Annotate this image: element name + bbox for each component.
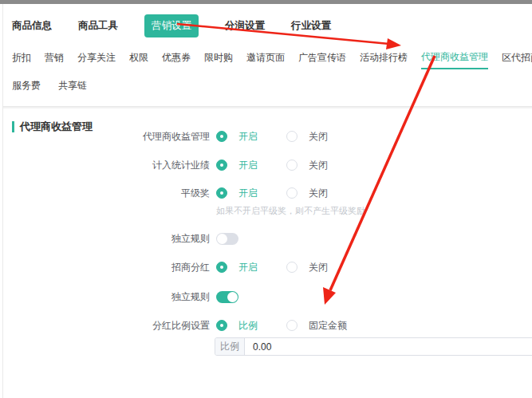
tab-marketing[interactable]: 营销	[45, 51, 64, 69]
radio-on[interactable]	[216, 262, 227, 273]
same-level-bonus-hint: 如果不开启平级奖，则不产生平级奖励	[216, 205, 365, 217]
independent-rule-toggle-off[interactable]	[216, 233, 238, 245]
form-row: 分红比例设置 比例 固定金额	[3, 318, 532, 333]
tab-ad-slogan[interactable]: 广告宣传语	[298, 51, 346, 69]
tab-share-follow[interactable]: 分享关注	[77, 51, 116, 69]
radio-on[interactable]	[216, 131, 227, 142]
radio-on-label[interactable]: 开启	[238, 130, 258, 144]
tertiary-tab-bar: 服务费 共享链	[3, 77, 532, 106]
tab-district-agent-recruiter[interactable]: 区代招商员	[502, 51, 532, 69]
tab-profit-settings[interactable]: 分润设置	[225, 19, 265, 33]
radio-off[interactable]	[286, 160, 298, 171]
radio-ratio-label[interactable]: 比例	[238, 319, 258, 333]
radio-on-label[interactable]: 开启	[238, 159, 258, 172]
ratio-input[interactable]	[245, 338, 532, 355]
agent-revenue-form: 代理商收益管理 开启 关闭 计入统计业绩 开启 关闭 平级奖 开启	[3, 115, 532, 398]
field-label-agent-revenue: 代理商收益管理	[3, 130, 210, 144]
tab-invite-page[interactable]: 邀请页面	[246, 51, 285, 69]
tab-product-tools[interactable]: 商品工具	[78, 19, 118, 33]
radio-on-label[interactable]: 开启	[238, 261, 258, 274]
settings-panel: 商品信息 商品工具 营销设置 分润设置 行业设置 折扣 营销 分享关注 权限 优…	[2, 4, 532, 398]
field-label-independent-rule-1: 独立规则	[3, 232, 210, 246]
independent-rule-toggle-on[interactable]	[216, 291, 238, 303]
field-label-same-level-bonus: 平级奖	[3, 187, 210, 200]
radio-off[interactable]	[286, 131, 298, 142]
field-label-dividend-ratio-setting: 分红比例设置	[3, 319, 210, 333]
field-label-recruit-dividend: 招商分红	[3, 261, 210, 274]
radio-off[interactable]	[286, 187, 298, 199]
toggle-knob	[227, 292, 238, 302]
radio-off[interactable]	[286, 262, 298, 273]
field-label-count-performance: 计入统计业绩	[3, 159, 210, 172]
tab-flash-sale[interactable]: 限时购	[204, 51, 233, 69]
tab-industry-settings[interactable]: 行业设置	[291, 19, 331, 33]
radio-on[interactable]	[216, 187, 227, 199]
form-row: 招商分红 开启 关闭	[3, 260, 532, 274]
field-label-independent-rule-2: 独立规则	[3, 290, 210, 304]
radio-ratio[interactable]	[216, 320, 227, 331]
tab-coupons[interactable]: 优惠券	[162, 51, 191, 69]
radio-on[interactable]	[216, 160, 227, 171]
secondary-tab-bar: 折扣 营销 分享关注 权限 优惠券 限时购 邀请页面 广告宣传语 活动排行榜 代…	[3, 44, 532, 77]
radio-off-label[interactable]: 关闭	[309, 130, 328, 144]
content-divider	[3, 106, 532, 108]
tab-activity-ranking[interactable]: 活动排行榜	[360, 51, 408, 69]
form-row: 平级奖 开启 关闭	[3, 186, 532, 200]
radio-on-label[interactable]: 开启	[238, 187, 258, 200]
radio-fixed-amount[interactable]	[286, 320, 298, 331]
primary-tab-bar: 商品信息 商品工具 营销设置 分润设置 行业设置	[3, 4, 532, 44]
form-row: 计入统计业绩 开启 关闭	[3, 158, 532, 172]
radio-off-label[interactable]: 关闭	[309, 159, 328, 172]
tab-service-fee[interactable]: 服务费	[12, 79, 41, 97]
radio-off-label[interactable]: 关闭	[309, 187, 328, 200]
form-row: 代理商收益管理 开启 关闭	[3, 129, 532, 144]
radio-fixed-amount-label[interactable]: 固定金额	[309, 319, 347, 333]
tab-agent-revenue-management[interactable]: 代理商收益管理	[421, 50, 488, 69]
tab-discount[interactable]: 折扣	[12, 51, 31, 69]
form-row: 独立规则	[3, 231, 532, 246]
tab-permissions[interactable]: 权限	[129, 51, 148, 69]
tab-shared-chain[interactable]: 共享链	[58, 79, 87, 97]
ratio-input-prepend: 比例	[215, 338, 245, 355]
radio-off-label[interactable]: 关闭	[309, 261, 328, 274]
toggle-knob	[217, 234, 227, 244]
tab-product-info[interactable]: 商品信息	[12, 19, 52, 33]
tab-marketing-settings[interactable]: 营销设置	[144, 14, 199, 37]
form-row: 独立规则	[3, 290, 532, 304]
ratio-input-group: 比例	[215, 337, 532, 356]
